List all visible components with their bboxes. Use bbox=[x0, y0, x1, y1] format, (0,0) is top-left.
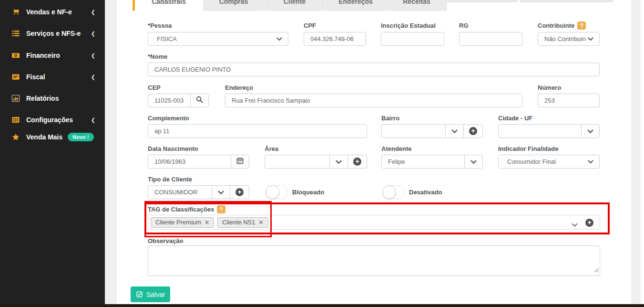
sidebar-item-label: Fiscal bbox=[26, 73, 45, 81]
sidebar-gap bbox=[105, 0, 117, 307]
tab-compras[interactable]: Compras bbox=[204, 0, 264, 11]
bloqueado-label: Bloqueado bbox=[292, 189, 324, 196]
cpf-input[interactable]: 044.326.748-06 bbox=[304, 32, 366, 46]
partial-tab[interactable] bbox=[520, 0, 613, 2]
chevron-left-icon: ❮ bbox=[91, 53, 95, 59]
rg-input[interactable] bbox=[459, 32, 522, 46]
area-input[interactable] bbox=[265, 155, 329, 168]
area-dropdown-button[interactable] bbox=[329, 155, 348, 168]
tab-label: Cliente bbox=[265, 0, 324, 5]
atendente-label: Atendente bbox=[381, 145, 412, 152]
tags-field[interactable]: Cliente Premium ✕ Cliente NS1 ✕ bbox=[148, 215, 600, 230]
document-icon bbox=[11, 73, 20, 81]
sidebar-item-configuracoes[interactable]: Configurações ❮ bbox=[0, 114, 105, 126]
tag-chip: Cliente NS1 ✕ bbox=[217, 217, 268, 228]
remove-tag-icon[interactable]: ✕ bbox=[204, 220, 209, 225]
pessoa-label: *Pessoa bbox=[148, 22, 172, 29]
bloqueado-toggle[interactable] bbox=[266, 185, 288, 199]
pessoa-value: FISICA bbox=[157, 35, 177, 42]
chevron-left-icon: ❮ bbox=[91, 117, 95, 123]
nome-input[interactable]: CARLOS EUGENIO PINTO bbox=[148, 63, 600, 76]
endereco-label: Endereço bbox=[225, 84, 253, 91]
pessoa-select[interactable]: FISICA bbox=[148, 32, 288, 46]
bairro-add-button[interactable] bbox=[463, 125, 482, 138]
inscricao-estadual-label: Inscrição Estadual bbox=[381, 22, 436, 29]
sidebar-item-label: Vendas e NF-e bbox=[26, 8, 72, 16]
chevron-down-icon[interactable] bbox=[572, 221, 578, 229]
sidebar: Vendas e NF-e ❮ Serviços e NFS-e ❮ Finan… bbox=[0, 0, 105, 307]
endereco-input[interactable]: Rua Frei Francisco Sampaio bbox=[225, 94, 522, 107]
cidade-uf-input[interactable] bbox=[499, 125, 581, 138]
rg-label: RG bbox=[459, 22, 469, 29]
cep-input[interactable]: 11025-003 bbox=[148, 94, 190, 107]
check-square-icon bbox=[136, 291, 143, 298]
tipo-cliente-dropdown-button[interactable] bbox=[212, 186, 230, 199]
settings-icon bbox=[11, 116, 20, 124]
nome-label: *Nome bbox=[148, 53, 167, 60]
bairro-group bbox=[381, 124, 483, 138]
tab-label: Receitas bbox=[387, 0, 446, 5]
atendente-dropdown-button[interactable] bbox=[464, 155, 482, 168]
bairro-dropdown-button[interactable] bbox=[445, 125, 463, 138]
atendente-input[interactable]: Felipe bbox=[382, 155, 464, 168]
help-icon[interactable]: ? bbox=[217, 205, 225, 213]
page: Vendas e NF-e ❮ Serviços e NFS-e ❮ Finan… bbox=[0, 0, 644, 307]
inscricao-estadual-input[interactable] bbox=[381, 32, 444, 46]
tipo-cliente-add-button[interactable] bbox=[230, 186, 249, 199]
numero-input[interactable]: 253 bbox=[538, 94, 600, 107]
tab-cliente[interactable]: Cliente bbox=[265, 0, 325, 11]
tag-classificacoes-label: TAG de Classificações ? bbox=[148, 205, 225, 213]
chevron-down-icon bbox=[451, 127, 458, 136]
tab-enderecos[interactable]: Endereços bbox=[326, 0, 386, 11]
cidade-uf-label: Cidade - UF bbox=[498, 115, 532, 122]
indicador-finalidade-select[interactable]: Consumidor Final bbox=[498, 155, 600, 169]
observacao-wrap bbox=[148, 245, 600, 276]
sidebar-item-vendas[interactable]: Vendas e NF-e ❮ bbox=[0, 6, 105, 18]
calendar-button[interactable] bbox=[231, 155, 249, 168]
desativado-toggle[interactable] bbox=[382, 185, 405, 199]
observacao-textarea[interactable] bbox=[148, 245, 600, 276]
sidebar-item-financeiro[interactable]: Financeiro ❮ bbox=[0, 49, 105, 62]
sidebar-item-servicos[interactable]: Serviços e NFS-e ❮ bbox=[0, 27, 105, 40]
cidade-uf-dropdown-button[interactable] bbox=[581, 125, 599, 138]
plus-circle-icon bbox=[469, 127, 477, 135]
sidebar-item-fiscal[interactable]: Fiscal ❮ bbox=[0, 71, 105, 83]
data-nascimento-label: Data Nascimento bbox=[148, 145, 198, 152]
partial-tab[interactable] bbox=[447, 0, 518, 2]
save-button-label: Salvar bbox=[146, 291, 165, 298]
data-nascimento-input[interactable]: 10/06/1963 bbox=[148, 155, 231, 168]
observacao-label: Observação bbox=[148, 237, 183, 244]
chevron-left-icon: ❮ bbox=[91, 74, 95, 80]
tab-label: Cadastrais bbox=[135, 0, 203, 5]
tag-chip: Cliente Premium ✕ bbox=[151, 217, 214, 228]
chevron-down-icon bbox=[218, 188, 224, 197]
money-icon bbox=[11, 51, 20, 60]
tipo-cliente-group: CONSUMIDOR bbox=[148, 185, 249, 199]
resize-handle-icon[interactable] bbox=[594, 266, 599, 275]
complemento-input[interactable]: ap 11 bbox=[148, 124, 367, 138]
star-icon bbox=[11, 133, 20, 141]
toggle-knob bbox=[266, 185, 279, 199]
bairro-input[interactable] bbox=[382, 125, 445, 138]
tag-text: Cliente NS1 bbox=[222, 219, 255, 226]
contribuinte-select[interactable]: Não Contribuin bbox=[538, 32, 600, 46]
tab-cadastrais[interactable]: Cadastrais bbox=[135, 0, 203, 11]
tab-label: Endereços bbox=[326, 0, 385, 5]
chevron-down-icon bbox=[336, 158, 342, 166]
tipo-cliente-input[interactable]: CONSUMIDOR bbox=[148, 186, 212, 199]
chevron-down-icon bbox=[588, 35, 593, 42]
numero-label: Número bbox=[538, 84, 561, 91]
plus-circle-icon bbox=[353, 158, 361, 166]
tab-receitas[interactable]: Receitas bbox=[387, 0, 447, 11]
save-button[interactable]: Salvar bbox=[131, 286, 170, 302]
remove-tag-icon[interactable]: ✕ bbox=[259, 220, 264, 225]
help-icon[interactable]: ? bbox=[577, 21, 586, 30]
cep-search-button[interactable] bbox=[190, 94, 208, 107]
sidebar-item-label: Serviços e NFS-e bbox=[26, 30, 81, 37]
add-tag-button[interactable] bbox=[585, 219, 593, 227]
sidebar-item-relatorios[interactable]: Relatórios bbox=[0, 92, 105, 105]
sidebar-item-venda-mais[interactable]: Venda Mais Novo ! bbox=[0, 131, 105, 143]
area-add-button[interactable] bbox=[348, 155, 367, 168]
scrollbar[interactable] bbox=[631, 0, 641, 307]
data-nascimento-group: 10/06/1963 bbox=[148, 155, 249, 169]
